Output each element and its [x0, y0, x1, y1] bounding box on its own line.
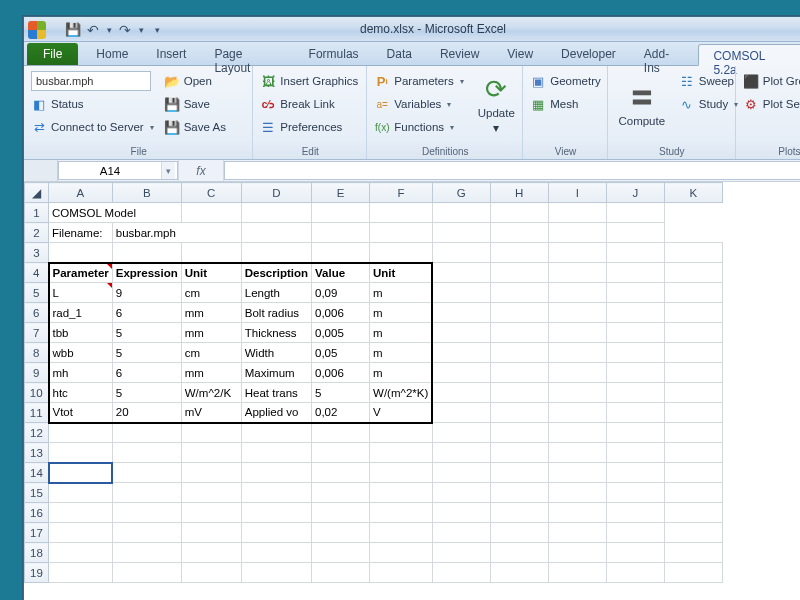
- cell[interactable]: 5: [312, 383, 370, 403]
- row-header[interactable]: 13: [25, 443, 49, 463]
- cell[interactable]: Heat trans: [241, 383, 311, 403]
- cell[interactable]: Unit: [370, 263, 433, 283]
- col-header[interactable]: E: [312, 183, 370, 203]
- cell[interactable]: cm: [181, 283, 241, 303]
- cell[interactable]: Filename:: [49, 223, 113, 243]
- connect-server-button[interactable]: ⇄ Connect to Server ▾: [31, 116, 154, 138]
- cell[interactable]: busbar.mph: [112, 223, 241, 243]
- row-header[interactable]: 15: [25, 483, 49, 503]
- parameters-button[interactable]: Pi Parameters ▾: [374, 70, 463, 92]
- qat-customize-dropdown[interactable]: ▾: [152, 21, 162, 39]
- cell[interactable]: cm: [181, 343, 241, 363]
- row-header[interactable]: 10: [25, 383, 49, 403]
- cell[interactable]: 0,006: [312, 303, 370, 323]
- tab-add-ins[interactable]: Add-Ins: [630, 43, 699, 65]
- tab-insert[interactable]: Insert: [142, 43, 200, 65]
- row-header[interactable]: 9: [25, 363, 49, 383]
- col-header[interactable]: B: [112, 183, 181, 203]
- row-header[interactable]: 19: [25, 563, 49, 583]
- cell[interactable]: Unit: [181, 263, 241, 283]
- qat-redo-dropdown[interactable]: ▾: [136, 21, 146, 39]
- col-header[interactable]: D: [241, 183, 311, 203]
- active-cell[interactable]: [49, 463, 113, 483]
- cell[interactable]: Width: [241, 343, 311, 363]
- tab-page-layout[interactable]: Page Layout: [200, 43, 294, 65]
- cell[interactable]: Thickness: [241, 323, 311, 343]
- break-link-button[interactable]: c⁄ɔ Break Link: [260, 93, 360, 115]
- cell[interactable]: 0,09: [312, 283, 370, 303]
- row-header[interactable]: 14: [25, 463, 49, 483]
- cell[interactable]: 9: [112, 283, 181, 303]
- cell[interactable]: Maximum: [241, 363, 311, 383]
- col-header[interactable]: J: [606, 183, 664, 203]
- status-button[interactable]: ◧ Status: [31, 93, 154, 115]
- row-header[interactable]: 2: [25, 223, 49, 243]
- row-header[interactable]: 16: [25, 503, 49, 523]
- name-box[interactable]: A14 ▾: [58, 161, 178, 180]
- cell[interactable]: m: [370, 343, 433, 363]
- row-header[interactable]: 8: [25, 343, 49, 363]
- save-as-button[interactable]: 💾 Save As: [164, 116, 226, 138]
- cell[interactable]: mh: [49, 363, 113, 383]
- cell[interactable]: m: [370, 303, 433, 323]
- select-all-button[interactable]: ◢: [25, 183, 49, 203]
- study-button[interactable]: ∿ Study ▾: [679, 93, 738, 115]
- cell[interactable]: 0,02: [312, 403, 370, 423]
- cell[interactable]: 5: [112, 383, 181, 403]
- update-button[interactable]: ⟳ Update ▾: [474, 68, 519, 138]
- col-header[interactable]: I: [548, 183, 606, 203]
- worksheet[interactable]: ◢ A B C D E F G H I J K 1 COMSOL Model 2…: [24, 182, 800, 583]
- cell[interactable]: 6: [112, 363, 181, 383]
- cell[interactable]: V: [370, 403, 433, 423]
- cell[interactable]: Bolt radius: [241, 303, 311, 323]
- col-header[interactable]: K: [664, 183, 722, 203]
- sweep-button[interactable]: ☷ Sweep: [679, 70, 738, 92]
- col-header[interactable]: A: [49, 183, 113, 203]
- compute-button[interactable]: 〓 Compute: [615, 68, 669, 138]
- cell[interactable]: 20: [112, 403, 181, 423]
- tab-file[interactable]: File: [27, 43, 78, 65]
- row-header[interactable]: 7: [25, 323, 49, 343]
- cell[interactable]: mm: [181, 323, 241, 343]
- cell[interactable]: 5: [112, 323, 181, 343]
- col-header[interactable]: H: [490, 183, 548, 203]
- name-box-dropdown[interactable]: ▾: [161, 162, 175, 179]
- cell[interactable]: W/m^2/K: [181, 383, 241, 403]
- variables-button[interactable]: a= Variables ▾: [374, 93, 463, 115]
- qat-save-button[interactable]: [64, 21, 82, 39]
- cells-grid[interactable]: ◢ A B C D E F G H I J K 1 COMSOL Model 2…: [24, 182, 723, 583]
- fx-icon[interactable]: fx: [178, 160, 224, 181]
- row-header[interactable]: 6: [25, 303, 49, 323]
- cell[interactable]: L: [49, 283, 113, 303]
- cell[interactable]: Parameter: [49, 263, 113, 283]
- cell[interactable]: wbb: [49, 343, 113, 363]
- cell[interactable]: 0,05: [312, 343, 370, 363]
- cell[interactable]: m: [370, 283, 433, 303]
- col-header[interactable]: C: [181, 183, 241, 203]
- cell[interactable]: htc: [49, 383, 113, 403]
- cell[interactable]: Expression: [112, 263, 181, 283]
- row-header[interactable]: 1: [25, 203, 49, 223]
- row-header[interactable]: 17: [25, 523, 49, 543]
- open-button[interactable]: 📂 Open: [164, 70, 226, 92]
- col-header[interactable]: F: [370, 183, 433, 203]
- model-file-input[interactable]: [31, 71, 151, 91]
- row-header[interactable]: 5: [25, 283, 49, 303]
- tab-view[interactable]: View: [493, 43, 547, 65]
- cell[interactable]: Description: [241, 263, 311, 283]
- geometry-button[interactable]: ▣ Geometry: [530, 70, 601, 92]
- cell[interactable]: Applied vo: [241, 403, 311, 423]
- cell[interactable]: 0,006: [312, 363, 370, 383]
- cell[interactable]: tbb: [49, 323, 113, 343]
- cell[interactable]: Value: [312, 263, 370, 283]
- row-header[interactable]: 12: [25, 423, 49, 443]
- save-button[interactable]: 💾 Save: [164, 93, 226, 115]
- cell[interactable]: mm: [181, 363, 241, 383]
- cell[interactable]: COMSOL Model: [49, 203, 182, 223]
- tab-home[interactable]: Home: [82, 43, 142, 65]
- cell[interactable]: Length: [241, 283, 311, 303]
- row-header[interactable]: 4: [25, 263, 49, 283]
- cell[interactable]: Vtot: [49, 403, 113, 423]
- formula-input[interactable]: [224, 161, 800, 180]
- functions-button[interactable]: f(x) Functions ▾: [374, 116, 463, 138]
